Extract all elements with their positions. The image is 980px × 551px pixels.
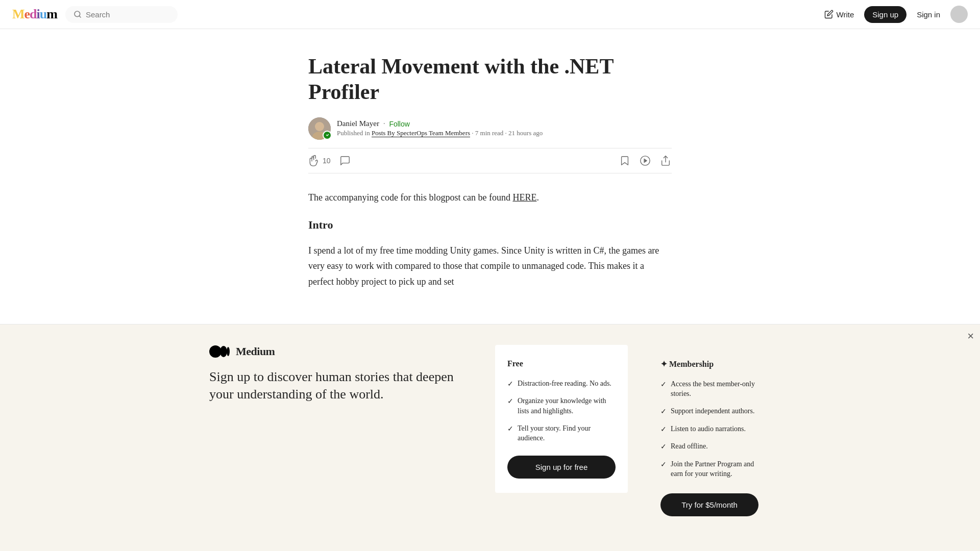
- comment-icon: [339, 155, 351, 167]
- svg-point-5: [325, 133, 330, 137]
- comment-button[interactable]: [339, 155, 351, 167]
- play-icon: [639, 155, 651, 167]
- bookmark-icon: [619, 155, 631, 167]
- intro-heading: Intro: [308, 215, 672, 234]
- signup-button[interactable]: Sign up: [864, 6, 906, 23]
- listen-button[interactable]: [639, 155, 651, 167]
- author-meta: Published in Posts By SpecterOps Team Me…: [337, 129, 543, 137]
- action-bar: 10: [308, 148, 672, 173]
- code-link[interactable]: HERE: [512, 192, 536, 203]
- author-info: Daniel Mayer · Follow Published in Posts…: [337, 119, 543, 137]
- bookmark-button[interactable]: [619, 155, 631, 167]
- search-bar[interactable]: [65, 6, 178, 23]
- write-icon: [824, 10, 834, 19]
- svg-marker-7: [644, 159, 647, 162]
- author-name: Daniel Mayer: [337, 119, 379, 128]
- author-badge: [323, 131, 332, 140]
- author-name-row: Daniel Mayer · Follow: [337, 119, 543, 128]
- follow-button[interactable]: Follow: [389, 120, 409, 128]
- svg-line-1: [79, 16, 81, 17]
- article-main: Lateral Movement with the .NET Profiler …: [296, 29, 684, 290]
- author-avatar-wrap: [308, 117, 331, 140]
- article-content: The accompanying code for this blogpost …: [308, 190, 672, 290]
- article-title: Lateral Movement with the .NET Profiler: [308, 54, 672, 105]
- badge-icon: [325, 133, 330, 137]
- header: Medium Write Sign up Sign in: [0, 0, 980, 29]
- action-left: 10: [308, 155, 351, 167]
- search-icon: [74, 10, 82, 18]
- share-button[interactable]: [659, 155, 672, 167]
- avatar[interactable]: [950, 6, 968, 23]
- intro-paragraph: I spend a lot of my free time modding Un…: [308, 243, 672, 290]
- header-left: Medium: [12, 6, 178, 23]
- write-button[interactable]: Write: [824, 10, 854, 19]
- author-row: Daniel Mayer · Follow Published in Posts…: [308, 117, 672, 140]
- action-right: [619, 155, 672, 167]
- code-line: The accompanying code for this blogpost …: [308, 190, 672, 206]
- write-label: Write: [837, 10, 854, 19]
- signin-button[interactable]: Sign in: [917, 10, 940, 19]
- header-right: Write Sign up Sign in: [824, 6, 968, 23]
- logo[interactable]: Medium: [12, 7, 57, 22]
- clap-button[interactable]: 10: [308, 155, 331, 167]
- clap-icon: [308, 155, 321, 167]
- publication-link[interactable]: Posts By SpecterOps Team Members: [372, 129, 470, 137]
- share-icon: [659, 155, 672, 167]
- clap-count: 10: [323, 157, 331, 165]
- search-input[interactable]: [86, 10, 169, 19]
- svg-point-3: [315, 122, 324, 131]
